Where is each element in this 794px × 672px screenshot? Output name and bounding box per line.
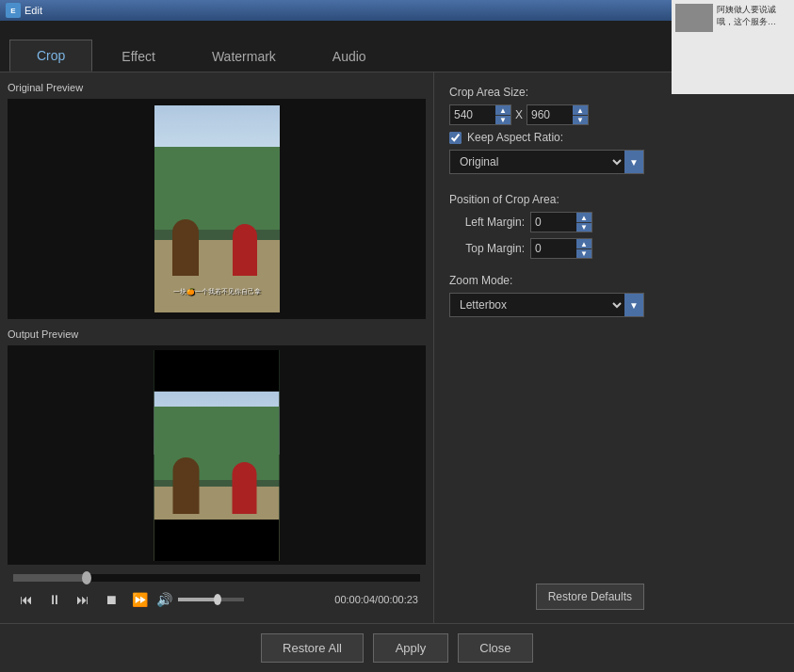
- zoom-select-wrapper: Letterbox Stretch Crop ▼: [449, 293, 644, 317]
- restore-defaults-button[interactable]: Restore Defaults: [536, 584, 644, 610]
- window-title: Edit: [24, 5, 773, 16]
- aspect-select[interactable]: Original 16:9 4:3 1:1: [450, 152, 624, 172]
- person2: [233, 224, 257, 276]
- timeline-progress: [13, 574, 87, 582]
- height-input[interactable]: 960: [527, 106, 573, 123]
- zoom-select[interactable]: Letterbox Stretch Crop: [450, 295, 624, 315]
- crop-size-row: 540 ▲ ▼ X 960 ▲ ▼: [449, 104, 644, 125]
- video-caption: 一块🍊一个我若不见你自己拿: [154, 287, 280, 296]
- close-button[interactable]: Close: [458, 633, 533, 663]
- main-content: Original Preview 一块🍊一个我若不见你自己拿 Output Pr…: [0, 72, 794, 623]
- top-margin-row: Top Margin: 0 ▲ ▼: [449, 238, 644, 259]
- sidebar-notification: 阿姨做人要说诚 哦，这个服务…: [672, 0, 794, 94]
- output-preview-label: Output Preview: [8, 328, 426, 340]
- trees-bg: [154, 147, 280, 230]
- notif-thumbnail: [675, 4, 713, 32]
- top-margin-increment[interactable]: ▲: [576, 239, 591, 248]
- apply-button[interactable]: Apply: [373, 633, 448, 663]
- next-frame-button[interactable]: ⏭: [72, 588, 94, 611]
- height-spinner-btns: ▲ ▼: [573, 105, 588, 124]
- zoom-mode-label: Zoom Mode:: [449, 274, 644, 287]
- playback-controls: ⏮ ⏸ ⏭ ⏹ ⏩ 🔊 00:00:04/00:00:23: [8, 582, 426, 617]
- bottom-buttons-bar: Restore All Apply Close: [0, 623, 794, 672]
- letterbox-bottom: [154, 520, 280, 561]
- height-increment[interactable]: ▲: [573, 105, 588, 115]
- left-panel: Original Preview 一块🍊一个我若不见你自己拿 Output Pr…: [0, 72, 433, 623]
- output-video-container: 一块🍊一个我若不见你自己拿: [154, 350, 280, 561]
- left-margin-label: Left Margin:: [449, 216, 525, 229]
- left-margin-input[interactable]: 0: [531, 214, 576, 231]
- left-margin-btns: ▲ ▼: [576, 213, 591, 232]
- pause-button[interactable]: ⏸: [43, 588, 66, 611]
- out-person2: [233, 462, 257, 514]
- x-separator: X: [515, 108, 523, 121]
- skip-button[interactable]: ⏩: [128, 588, 151, 611]
- volume-thumb: [214, 594, 221, 605]
- left-margin-decrement[interactable]: ▼: [576, 222, 591, 232]
- width-spinner: 540 ▲ ▼: [449, 104, 511, 125]
- app-icon: E: [6, 3, 21, 18]
- tab-watermark[interactable]: Watermark: [185, 40, 303, 72]
- prev-button[interactable]: ⏮: [15, 588, 38, 611]
- tab-effect[interactable]: Effect: [94, 40, 183, 72]
- notif-line1: 阿姨做人要说诚: [717, 4, 776, 16]
- position-label: Position of Crop Area:: [449, 193, 644, 206]
- notif-content: 阿姨做人要说诚 哦，这个服务…: [675, 4, 790, 32]
- original-video-frame: 一块🍊一个我若不见你自己拿: [154, 105, 280, 312]
- restore-defaults-container: Restore Defaults: [449, 336, 644, 610]
- height-decrement[interactable]: ▼: [573, 115, 588, 124]
- tab-audio[interactable]: Audio: [305, 40, 394, 72]
- width-increment[interactable]: ▲: [495, 105, 510, 115]
- crop-area-size-label: Crop Area Size:: [449, 86, 644, 99]
- top-margin-input[interactable]: 0: [531, 240, 576, 257]
- keep-aspect-checkbox[interactable]: [449, 132, 462, 144]
- left-margin-row: Left Margin: 0 ▲ ▼: [449, 212, 644, 232]
- original-preview-area: 一块🍊一个我若不见你自己拿: [8, 99, 426, 319]
- aspect-select-arrow: ▼: [624, 151, 643, 173]
- zoom-select-arrow: ▼: [624, 294, 643, 316]
- width-input[interactable]: 540: [450, 106, 495, 123]
- top-margin-spinner: 0 ▲ ▼: [530, 238, 592, 259]
- notif-line2: 哦，这个服务…: [717, 16, 776, 28]
- timeline-container: ⏮ ⏸ ⏭ ⏹ ⏩ 🔊 00:00:04/00:00:23: [8, 570, 426, 617]
- timeline-bar[interactable]: [13, 574, 420, 582]
- main-window: E Edit × Crop Effect Watermark Audio Ori…: [0, 0, 794, 672]
- aspect-ratio-row: Keep Aspect Ratio:: [449, 131, 644, 144]
- left-margin-spinner: 0 ▲ ▼: [530, 212, 592, 232]
- volume-slider[interactable]: [178, 598, 244, 601]
- top-margin-label: Top Margin:: [449, 242, 525, 255]
- width-spinner-btns: ▲ ▼: [495, 105, 510, 124]
- stop-button[interactable]: ⏹: [100, 588, 122, 611]
- top-margin-btns: ▲ ▼: [576, 239, 591, 258]
- original-preview-label: Original Preview: [8, 82, 426, 93]
- volume-fill: [178, 598, 218, 601]
- output-preview-area: 一块🍊一个我若不见你自己拿: [8, 345, 426, 565]
- notif-text-block: 阿姨做人要说诚 哦，这个服务…: [717, 4, 776, 28]
- top-margin-decrement[interactable]: ▼: [576, 248, 591, 258]
- time-display: 00:00:04/00:00:23: [334, 594, 418, 605]
- letterbox-top: [154, 350, 280, 392]
- out-person1: [172, 457, 199, 514]
- person1: [172, 219, 199, 276]
- volume-icon[interactable]: 🔊: [156, 592, 172, 607]
- right-panel: Crop Area Size: 540 ▲ ▼ X 960 ▲: [433, 72, 659, 623]
- height-spinner: 960 ▲ ▼: [527, 104, 589, 125]
- restore-all-button[interactable]: Restore All: [261, 633, 364, 663]
- keep-aspect-label: Keep Aspect Ratio:: [467, 131, 563, 144]
- left-margin-increment[interactable]: ▲: [576, 213, 591, 222]
- timeline-thumb[interactable]: [82, 571, 91, 584]
- width-decrement[interactable]: ▼: [495, 115, 510, 124]
- tab-crop[interactable]: Crop: [9, 40, 92, 72]
- aspect-select-wrapper: Original 16:9 4:3 1:1 ▼: [449, 150, 644, 174]
